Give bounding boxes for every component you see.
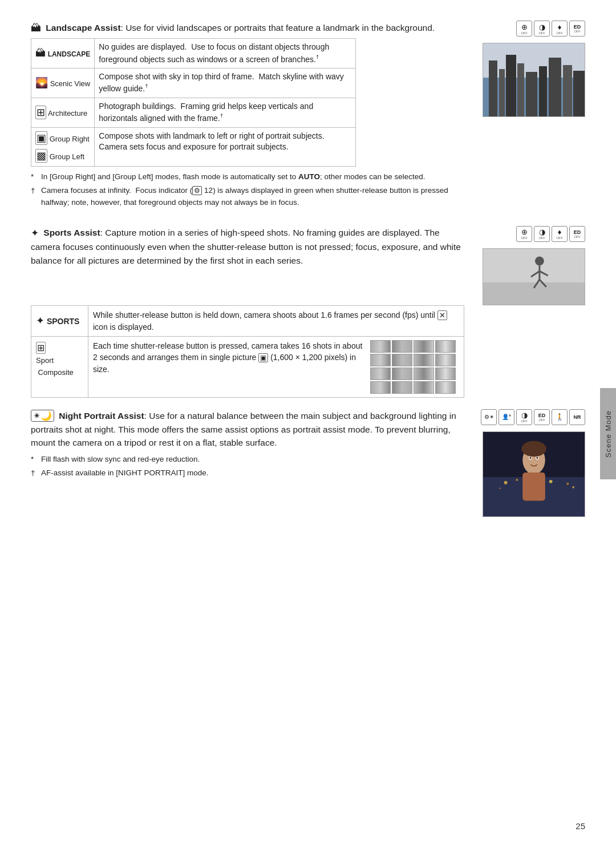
night-notes: * Fill flash with slow sync and red-eye … bbox=[31, 454, 469, 479]
sports-strip-icon-3-symbol: ♦ bbox=[558, 228, 562, 236]
svg-rect-29 bbox=[522, 473, 545, 500]
strip-icon-4-sub: OFF bbox=[574, 30, 580, 33]
scene-mode-label: Scene Mode bbox=[604, 410, 613, 458]
landscape-title: 🏔 Landscape Assist: Use for vivid landsc… bbox=[31, 21, 469, 36]
note-text-1: In [Group Right] and [Group Left] modes,… bbox=[41, 171, 425, 183]
strip-icon-1-symbol: ⊕ bbox=[521, 23, 528, 31]
svg-rect-12 bbox=[483, 282, 585, 305]
svg-point-33 bbox=[536, 457, 538, 459]
sports-text-col: ✦ Sports Assist: Capture motion in a ser… bbox=[31, 226, 469, 269]
strip-icon-4-symbol: ED bbox=[574, 24, 581, 30]
scenic-row-icon: 🌄 bbox=[35, 77, 48, 88]
composite-icon-inline: ▣ bbox=[258, 353, 268, 362]
landscape-note-2: † Camera focuses at infinity. Focus indi… bbox=[31, 185, 469, 209]
groupleft-label-row: ▩ Group Left bbox=[35, 149, 90, 163]
composite-mini-12 bbox=[435, 368, 456, 380]
night-si-4-sub: OFF bbox=[538, 418, 545, 422]
strip-icon-1-sub: OFF bbox=[521, 31, 527, 35]
table-row: 🏔 LANDSCAPE No guides are displayed. Use… bbox=[31, 39, 356, 68]
scenic-row-icon-cell: 🌄 Scenic View bbox=[31, 68, 95, 98]
composite-mini-6 bbox=[392, 354, 412, 366]
composite-mini-1 bbox=[370, 340, 391, 353]
night-strip-icon-5: 🚶 bbox=[552, 409, 568, 425]
night-note-2: † AF-assist available in [NIGHT PORTRAIT… bbox=[31, 467, 469, 479]
night-title-bold: Night Portrait Assist bbox=[59, 411, 144, 421]
sports-title-bold: Sports Assist bbox=[43, 228, 100, 237]
sports-strip-icon-4-sub: OFF bbox=[574, 235, 580, 239]
svg-point-26 bbox=[499, 487, 501, 489]
sports-strip-icon-2: ◑ OFF bbox=[534, 226, 550, 242]
landscape-note-1: * In [Group Right] and [Group Left] mode… bbox=[31, 171, 469, 183]
table-row: ✦ SPORTS While shutter-release button is… bbox=[31, 305, 464, 336]
svg-rect-8 bbox=[549, 58, 561, 117]
svg-point-22 bbox=[516, 479, 518, 481]
composite-mini-5 bbox=[370, 354, 391, 366]
groupright-row-icon-cell: ▣ Group Right ▩ Group Left bbox=[31, 127, 95, 166]
group-row-desc: Compose shots with landmark to left or r… bbox=[95, 127, 356, 166]
night-strip-icon-3: ◑ OFF bbox=[516, 409, 532, 425]
night-section: ✴🌙 Night Portrait Assist: Use for a natu… bbox=[31, 409, 585, 517]
landscape-photo-bg bbox=[483, 43, 585, 116]
scene-mode-tab: Scene Mode bbox=[600, 388, 616, 479]
table-row: 🌄 Scenic View Compose shot with sky in t… bbox=[31, 68, 356, 98]
strip-icon-2-symbol: ◑ bbox=[539, 23, 545, 31]
composite-mini-4 bbox=[435, 340, 456, 353]
composite-row-label: Sport Composite bbox=[36, 356, 74, 377]
composite-mini-3 bbox=[414, 340, 434, 353]
svg-rect-10 bbox=[573, 71, 585, 117]
night-si-3: ◑ bbox=[521, 411, 528, 419]
svg-rect-7 bbox=[539, 66, 547, 117]
groupleft-icon: ▩ bbox=[35, 149, 47, 163]
strip-icon-2-sub: OFF bbox=[538, 31, 545, 35]
svg-rect-6 bbox=[526, 72, 537, 117]
scenic-row-desc: Compose shot with sky in top third of fr… bbox=[95, 68, 356, 98]
night-strip-icon-1: ⚙✴ bbox=[481, 409, 497, 425]
svg-point-34 bbox=[521, 441, 546, 457]
sports-section: ✦ Sports Assist: Capture motion in a ser… bbox=[31, 226, 585, 398]
night-si-4: ED bbox=[538, 413, 546, 418]
night-strip-icon-6: NR bbox=[569, 409, 585, 425]
night-note-1: * Fill flash with slow sync and red-eye … bbox=[31, 454, 469, 466]
focus-indicator-icon: ⚙ bbox=[192, 186, 202, 195]
composite-mini-10 bbox=[392, 368, 412, 380]
note-star-1: * bbox=[31, 171, 39, 183]
city-svg bbox=[483, 43, 585, 117]
groupright-icon: ▣ bbox=[35, 131, 47, 145]
sports-strip-icon-3: ♦ OFF bbox=[552, 226, 568, 242]
composite-mini-16 bbox=[435, 381, 456, 394]
note-star-2: † bbox=[31, 185, 39, 209]
composite-desc-text: Each time shutter-release button is pres… bbox=[93, 340, 363, 375]
sports-icons-strip: ⊕ OFF ◑ OFF ♦ OFF ED OFF bbox=[516, 226, 585, 242]
svg-point-24 bbox=[549, 480, 553, 483]
night-star-1: * bbox=[31, 454, 39, 466]
svg-point-13 bbox=[535, 256, 544, 265]
arch-row-icon-cell: ⊞ Architecture bbox=[31, 98, 95, 127]
landscape-table-wrap: 🏔 LANDSCAPE No guides are displayed. Use… bbox=[31, 38, 469, 171]
landscape-photo bbox=[483, 43, 585, 117]
night-title: ✴🌙 Night Portrait Assist: Use for a natu… bbox=[31, 409, 469, 450]
svg-rect-5 bbox=[517, 63, 524, 117]
night-icons-strip: ⚙✴ 👤* ◑ OFF ED OFF 🚶 bbox=[481, 409, 585, 425]
table-row: ⊞ Architecture Photograph buildings. Fra… bbox=[31, 98, 356, 127]
groupright-label-row: ▣ Group Right bbox=[35, 131, 90, 146]
night-desc-row: ✴🌙 Night Portrait Assist: Use for a natu… bbox=[31, 409, 585, 517]
groupright-label: Group Right bbox=[50, 135, 90, 143]
composite-mini-11 bbox=[414, 368, 434, 380]
night-photo bbox=[483, 431, 585, 517]
svg-point-27 bbox=[572, 486, 574, 488]
sports-strip-icon-1-symbol: ⊕ bbox=[521, 228, 528, 236]
sports-strip-icon-2-sub: OFF bbox=[538, 236, 545, 240]
composite-row-icon-cell: ⊞ Sport Composite bbox=[31, 336, 88, 397]
landscape-row-icon-cell: 🏔 LANDSCAPE bbox=[31, 39, 95, 68]
composite-mini-15 bbox=[414, 381, 434, 394]
sports-row-icon-inline: ✕ bbox=[437, 310, 447, 320]
landscape-table: 🏔 LANDSCAPE No guides are displayed. Use… bbox=[31, 38, 356, 167]
arch-row-icon: ⊞ bbox=[35, 106, 46, 119]
landscape-row-desc: No guides are displayed. Use to focus on… bbox=[95, 39, 356, 68]
strip-icon-3-sub: OFF bbox=[556, 31, 562, 35]
sports-photo bbox=[483, 248, 585, 305]
landscape-row-label: LANDSCAPE bbox=[48, 50, 91, 58]
landscape-icon: 🏔 bbox=[31, 22, 41, 34]
svg-rect-4 bbox=[506, 55, 516, 117]
table-row: ⊞ Sport Composite Each time shutter-rele… bbox=[31, 336, 464, 397]
